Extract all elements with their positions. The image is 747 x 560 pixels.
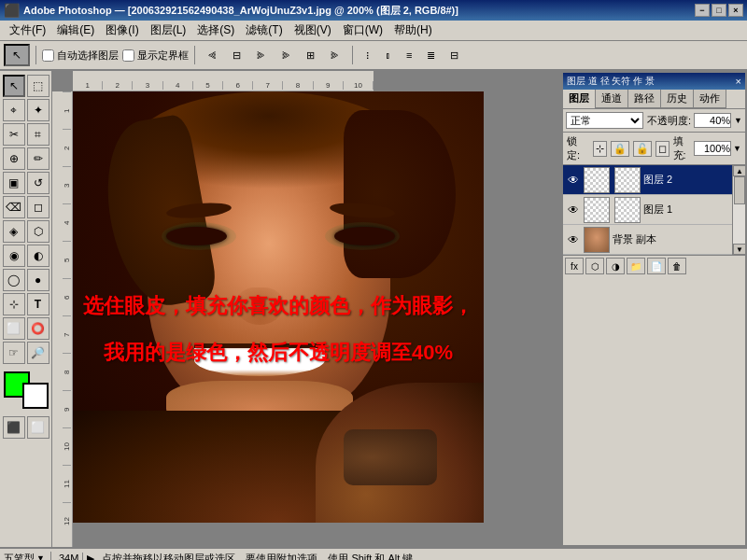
opacity-dropdown-icon[interactable]: ▼ bbox=[734, 116, 742, 125]
new-group-btn[interactable]: 📁 bbox=[627, 258, 645, 274]
new-adj-layer-btn[interactable]: ◑ bbox=[606, 258, 625, 274]
ruler-v-mark: 7 bbox=[63, 315, 71, 353]
scroll-down-btn[interactable]: ▼ bbox=[733, 244, 746, 255]
type-tool[interactable]: T bbox=[27, 293, 49, 315]
layers-panel-close-icon[interactable]: × bbox=[736, 76, 741, 87]
photo-background: 选住眼皮，填充你喜欢的颜色，作为眼影， 我用的是绿色，然后不透明度调至40% bbox=[73, 91, 484, 523]
layers-panel: 图层 道 径 矢符 作 景 × 图层 通道 路径 历史 动作 正常 溶解 正片叠… bbox=[561, 71, 747, 547]
menu-layer[interactable]: 图层(L) bbox=[145, 21, 192, 40]
distribute-top-btn[interactable]: ≡ bbox=[400, 44, 418, 66]
ruler-v-mark: 10 bbox=[63, 427, 71, 465]
fill-input[interactable] bbox=[694, 141, 731, 156]
ruler-vertical: 1 2 3 4 5 6 7 8 9 10 11 12 bbox=[52, 91, 73, 547]
history-brush-tool[interactable]: ↺ bbox=[27, 172, 49, 194]
right-panels: 图层 道 径 矢符 作 景 × 图层 通道 路径 历史 动作 正常 溶解 正片叠… bbox=[560, 71, 747, 547]
scroll-up-btn[interactable]: ▲ bbox=[733, 165, 746, 176]
lock-all-icon[interactable]: 🔓 bbox=[633, 141, 652, 157]
gradient-tool[interactable]: ◈ bbox=[3, 220, 25, 243]
blend-mode-select[interactable]: 正常 溶解 正片叠底 bbox=[566, 112, 643, 129]
file-size-value: 34M bbox=[59, 553, 78, 560]
paint-bucket-tool[interactable]: ⬡ bbox=[27, 220, 49, 243]
layer-2-visibility[interactable]: 👁 bbox=[566, 173, 581, 188]
menu-image[interactable]: 图像(I) bbox=[100, 21, 144, 40]
layer-item-1[interactable]: 👁 图层 1 bbox=[563, 195, 745, 225]
shape-tool[interactable]: ⬜ bbox=[3, 317, 25, 340]
opacity-input[interactable] bbox=[694, 113, 731, 128]
burn-tool[interactable]: ● bbox=[27, 269, 49, 291]
layer-2-name: 图层 2 bbox=[643, 173, 742, 187]
layer-style-btn[interactable]: fx bbox=[565, 258, 584, 274]
brush-tool[interactable]: ✏ bbox=[27, 147, 49, 170]
menu-file[interactable]: 文件(F) bbox=[4, 21, 51, 40]
shape2-tool[interactable]: ⭕ bbox=[27, 317, 49, 340]
tool-row-1: ↖ ⬚ bbox=[3, 75, 49, 97]
align-left-btn[interactable]: ⫷ bbox=[201, 44, 224, 66]
dodge-tool[interactable]: ◯ bbox=[3, 269, 25, 291]
move-tool-btn[interactable]: ↖ bbox=[4, 44, 30, 66]
distribute-bottom-btn[interactable]: ≣ bbox=[420, 44, 442, 66]
distribute-h-btn[interactable]: ⫶ bbox=[359, 44, 377, 66]
input-dropdown-icon[interactable]: ▼ bbox=[36, 553, 45, 560]
layers-lock-row: 锁定: ⊹ 🔒 🔓 ◻ 填充: ▼ bbox=[563, 133, 745, 165]
heal-tool[interactable]: ⊕ bbox=[3, 147, 25, 170]
hand-tool[interactable]: ☞ bbox=[3, 342, 25, 364]
layer-bg-visibility[interactable]: 👁 bbox=[566, 232, 581, 247]
layer-item-bg[interactable]: 👁 背景 副本 bbox=[563, 225, 745, 255]
blur-tool[interactable]: ◉ bbox=[3, 245, 25, 267]
scroll-thumb[interactable] bbox=[734, 176, 745, 204]
toolbar-separator-3 bbox=[352, 46, 353, 64]
distribute-v-btn[interactable]: ⫾ bbox=[379, 44, 398, 66]
delete-layer-btn[interactable]: 🗑 bbox=[668, 258, 686, 274]
tab-history[interactable]: 历史 bbox=[661, 90, 694, 108]
layer-1-visibility[interactable]: 👁 bbox=[566, 203, 581, 217]
lock-image-icon[interactable]: 🔒 bbox=[611, 141, 629, 157]
lock-position-icon[interactable]: ⊹ bbox=[593, 141, 607, 157]
fill-dropdown-icon[interactable]: ▼ bbox=[733, 144, 741, 153]
align-top-btn[interactable]: ⫸ bbox=[275, 44, 298, 66]
tab-paths[interactable]: 路径 bbox=[628, 90, 661, 108]
align-right-btn[interactable]: ⫸ bbox=[249, 44, 273, 66]
align-middle-btn[interactable]: ⊞ bbox=[300, 44, 321, 66]
minimize-button[interactable]: − bbox=[695, 4, 710, 17]
menu-edit[interactable]: 编辑(E) bbox=[51, 21, 100, 40]
path-tool[interactable]: ⊹ bbox=[3, 293, 25, 315]
menu-window[interactable]: 窗口(W) bbox=[337, 21, 388, 40]
new-layer-btn[interactable]: 📄 bbox=[647, 258, 666, 274]
eraser-tool[interactable]: ⌫ bbox=[3, 196, 25, 218]
layer-mask-btn[interactable]: ⬡ bbox=[585, 258, 604, 274]
tool-row-modes: ⬛ ⬜ bbox=[3, 416, 49, 439]
align-center-btn[interactable]: ⊟ bbox=[226, 44, 247, 66]
crop-tool[interactable]: ✂ bbox=[3, 123, 25, 146]
maximize-button[interactable]: □ bbox=[712, 4, 726, 17]
slice-tool[interactable]: ⌗ bbox=[27, 123, 49, 146]
zoom-tool[interactable]: 🔎 bbox=[27, 342, 49, 364]
ruler-v-mark: 11 bbox=[63, 465, 71, 502]
background-color[interactable] bbox=[22, 383, 49, 409]
tab-channels[interactable]: 通道 bbox=[596, 90, 628, 108]
distribute-center-btn[interactable]: ⊟ bbox=[444, 44, 465, 66]
ruler-v-marks: 1 2 3 4 5 6 7 8 9 10 11 12 bbox=[52, 91, 72, 539]
show-bounds-checkbox[interactable] bbox=[122, 49, 134, 62]
lock-transparent-icon[interactable]: ◻ bbox=[655, 141, 669, 157]
menu-help[interactable]: 帮助(H) bbox=[388, 21, 438, 40]
tab-actions[interactable]: 动作 bbox=[694, 90, 726, 108]
smudge-tool[interactable]: ◐ bbox=[27, 245, 49, 267]
marquee-tool[interactable]: ⬚ bbox=[27, 75, 49, 97]
menu-select[interactable]: 选择(S) bbox=[191, 21, 240, 40]
color-swatches[interactable] bbox=[4, 371, 49, 409]
clone-tool[interactable]: ▣ bbox=[3, 172, 25, 194]
tab-layers[interactable]: 图层 bbox=[563, 90, 596, 108]
lasso-tool[interactable]: ⌖ bbox=[3, 99, 25, 121]
ruler-mark: 3 bbox=[133, 81, 162, 90]
quick-mask-btn[interactable]: ⬛ bbox=[3, 416, 25, 439]
close-button[interactable]: × bbox=[728, 4, 743, 17]
menu-filter[interactable]: 滤镜(T) bbox=[240, 21, 288, 40]
auto-select-checkbox[interactable] bbox=[42, 49, 54, 62]
move-tool[interactable]: ↖ bbox=[3, 75, 25, 97]
magic-wand-tool[interactable]: ✦ bbox=[27, 99, 49, 121]
menu-view[interactable]: 视图(V) bbox=[289, 21, 337, 40]
align-bottom-btn[interactable]: ⫸ bbox=[323, 44, 346, 66]
erase2-tool[interactable]: ◻ bbox=[27, 196, 49, 218]
screen-mode-btn[interactable]: ⬜ bbox=[27, 416, 49, 439]
layer-item-2[interactable]: 👁 图层 2 bbox=[563, 165, 745, 195]
